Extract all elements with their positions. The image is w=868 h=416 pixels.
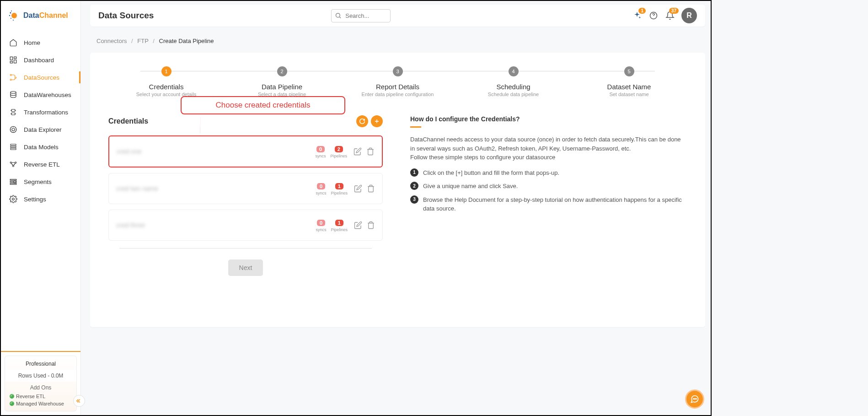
svg-point-15 <box>10 126 16 133</box>
nav-datasources[interactable]: DataSources <box>1 69 80 86</box>
svg-rect-8 <box>14 60 16 63</box>
breadcrumb-link[interactable]: FTP <box>137 38 148 44</box>
breadcrumb-link[interactable]: Connectors <box>96 38 127 44</box>
nav-label: Dashboard <box>24 57 54 64</box>
svg-rect-6 <box>10 57 12 60</box>
nav-data-explorer[interactable]: Data Explorer <box>1 121 80 138</box>
nav-home[interactable]: Home <box>1 34 80 51</box>
check-icon <box>10 394 14 399</box>
svg-point-20 <box>15 162 16 163</box>
help-underline <box>410 126 421 128</box>
logo[interactable]: DataChannel <box>1 1 80 30</box>
credential-name: cred one <box>117 148 315 155</box>
credential-item[interactable]: cred two name 0syncs 1Pipelines <box>108 173 383 204</box>
breadcrumb-current: Create Data Pipeline <box>159 38 214 44</box>
svg-rect-22 <box>10 179 16 180</box>
callout-annotation: Choose created credentials <box>181 96 345 114</box>
help-button[interactable] <box>648 11 659 21</box>
help-body: DataChannel needs access to your data so… <box>410 135 687 162</box>
pipelines-count: 2 <box>335 146 343 152</box>
pipelines-count: 1 <box>335 220 343 226</box>
svg-point-1 <box>10 12 11 14</box>
models-icon <box>9 143 17 151</box>
step-report-details[interactable]: 3 Report Details Enter data pipeline con… <box>340 66 455 97</box>
nav-label: Segments <box>24 178 52 185</box>
nav-label: Reverse ETL <box>24 161 60 168</box>
svg-point-19 <box>10 162 11 163</box>
nav-label: DataSources <box>24 74 59 81</box>
dashboard-icon <box>9 56 17 64</box>
edit-icon[interactable] <box>354 147 362 156</box>
gear-icon <box>9 195 17 203</box>
svg-point-3 <box>9 15 10 16</box>
section-header: Credentials <box>108 115 383 127</box>
help-column: How do I configure the Credentials? Data… <box>410 115 687 276</box>
header-right: 1 37 R <box>632 8 697 23</box>
svg-rect-16 <box>11 144 16 146</box>
nav-segments[interactable]: Segments <box>1 173 80 190</box>
svg-rect-24 <box>10 184 16 184</box>
content: Connectors / FTP / Create Data Pipeline … <box>90 34 705 411</box>
next-button[interactable]: Next <box>228 259 263 276</box>
step-data-pipeline[interactable]: 2 Data Pipeline Select a data pipeline <box>224 66 340 97</box>
chat-button[interactable] <box>685 389 704 409</box>
notifications-button[interactable]: 37 <box>665 11 675 21</box>
avatar[interactable]: R <box>681 8 697 23</box>
plan-rows: Rows Used - 0.0M <box>5 370 76 382</box>
step-scheduling[interactable]: 4 Scheduling Schedule data pipeline <box>455 66 571 97</box>
delete-icon[interactable] <box>367 221 375 229</box>
wizard-card: 1 Credentials Select your account detail… <box>90 53 705 327</box>
svg-point-4 <box>11 18 11 19</box>
nav-label: Data Explorer <box>24 126 62 133</box>
svg-rect-13 <box>11 109 15 112</box>
nav: Home Dashboard DataSources DataWarehouse… <box>1 30 80 351</box>
svg-rect-14 <box>11 113 15 115</box>
sidebar-footer: Professional Rows Used - 0.0M Add Ons Re… <box>1 351 80 415</box>
svg-point-0 <box>11 13 17 18</box>
help-step: 2Give a unique name and click Save. <box>410 182 687 191</box>
nav-datawarehouses[interactable]: DataWarehouses <box>1 86 80 103</box>
section-title-text: Credentials <box>108 117 148 125</box>
transformations-icon <box>9 108 17 116</box>
add-credential-button[interactable] <box>371 115 383 127</box>
header: Data Sources 1 37 R <box>90 5 705 27</box>
edit-icon[interactable] <box>354 184 362 193</box>
credential-item[interactable]: cred three 0syncs 1Pipelines <box>108 210 383 241</box>
explorer-icon <box>9 125 17 134</box>
home-icon <box>9 38 17 47</box>
datasources-icon <box>9 73 17 81</box>
nav-reverse-etl[interactable]: Reverse ETL <box>1 156 80 173</box>
step-dataset-name[interactable]: 5 Dataset Name Set dataset name <box>571 66 687 97</box>
help-title: How do I configure the Credentials? <box>410 115 687 123</box>
credential-item[interactable]: cred one 0syncs 2Pipelines <box>108 135 383 167</box>
nav-transformations[interactable]: Transformations <box>1 103 80 121</box>
segments-icon <box>9 178 17 186</box>
plan-addons-title: Add Ons <box>10 382 72 393</box>
credential-name: cred three <box>116 222 316 229</box>
collapse-sidebar-button[interactable] <box>73 395 85 407</box>
syncs-count: 0 <box>316 146 325 152</box>
nav-data-models[interactable]: Data Models <box>1 138 80 156</box>
callout-pointer <box>200 117 201 135</box>
sparkle-button[interactable]: 1 <box>632 11 642 21</box>
notifications-badge: 37 <box>669 8 679 14</box>
delete-icon[interactable] <box>367 184 375 193</box>
step-credentials[interactable]: 1 Credentials Select your account detail… <box>108 66 224 97</box>
edit-icon[interactable] <box>354 221 362 229</box>
delete-icon[interactable] <box>366 147 375 156</box>
svg-rect-9 <box>10 61 12 63</box>
plan-title: Professional <box>10 360 72 370</box>
nav-dashboard[interactable]: Dashboard <box>1 51 80 69</box>
nav-settings[interactable]: Settings <box>1 190 80 208</box>
nav-label: Home <box>24 39 40 46</box>
database-icon <box>9 91 17 99</box>
syncs-count: 0 <box>317 183 325 189</box>
svg-point-5 <box>13 20 14 21</box>
check-icon <box>10 401 14 406</box>
plan-addon: Reverse ETL <box>10 393 72 400</box>
credentials-column: Choose created credentials Credentials c… <box>108 115 383 276</box>
divider <box>119 248 372 249</box>
svg-point-29 <box>693 399 694 400</box>
refresh-button[interactable] <box>356 115 368 127</box>
logo-text: DataChannel <box>23 11 68 20</box>
